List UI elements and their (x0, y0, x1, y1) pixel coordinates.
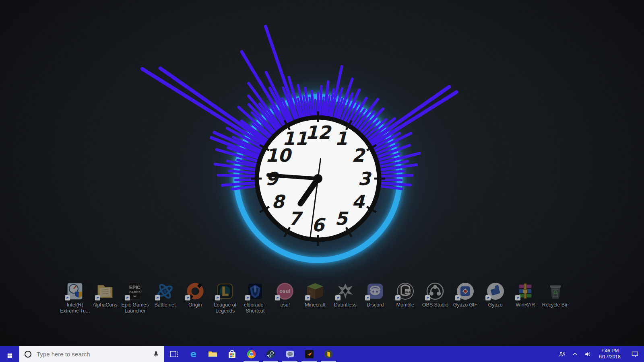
desktop-icon-recycle-bin[interactable]: ♻Recycle Bin (541, 282, 571, 314)
desktop-icon-label: Discord (360, 302, 390, 308)
volume-icon[interactable] (581, 346, 594, 362)
desktop-icon-label: Minecraft (300, 302, 330, 308)
shortcut-arrow-icon (245, 295, 250, 300)
desktop-icon-eldorado-shortcut[interactable]: eldorado -Shortcut (240, 282, 270, 314)
windows-logo-icon (6, 351, 13, 358)
microphone-icon[interactable] (152, 350, 160, 358)
svg-text:GAMES: GAMES (130, 290, 141, 294)
svg-text:1: 1 (335, 128, 347, 149)
shortcut-arrow-icon (215, 295, 220, 300)
windows-desktop: { "wallpaper": { "clock": { "center_x": … (0, 0, 644, 362)
label-line: Battle.net (150, 302, 180, 308)
desktop-icon-gyazo-gif[interactable]: Gyazo GIF (450, 282, 481, 314)
shortcut-arrow-icon (455, 295, 460, 300)
tray-time: 7:46 PM (597, 348, 623, 354)
search-box[interactable] (19, 346, 164, 362)
desktop-icon-label: Recycle Bin (541, 302, 571, 308)
origin-icon (186, 282, 205, 301)
desktop-icon-battle-net[interactable]: Battle.net (150, 282, 180, 314)
shortcut-arrow-icon (275, 295, 280, 300)
svg-text:EPIC: EPIC (129, 285, 140, 290)
label-line: OBS Studio (420, 302, 450, 308)
label-line: Minecraft (300, 302, 330, 308)
desktop-icon-label: OBS Studio (420, 302, 450, 308)
cortana-circle-icon (24, 350, 32, 358)
label-line: Intel(R) (60, 302, 90, 308)
action-center-icon[interactable] (625, 346, 644, 362)
desktop-icon-obs-studio[interactable]: OBS Studio (420, 282, 450, 314)
svg-text:7: 7 (289, 208, 303, 229)
desktop-icon-dauntless[interactable]: Dauntless (330, 282, 360, 314)
taskbar-app-chrome[interactable] (242, 346, 261, 362)
label-line: Dauntless (330, 302, 360, 308)
svg-text:6: 6 (312, 214, 326, 236)
search-input[interactable] (36, 350, 149, 358)
desktop-icon-label: Battle.net (150, 302, 180, 308)
taskbar-app-steam[interactable] (261, 346, 280, 362)
svg-text:2: 2 (352, 145, 366, 166)
shortcut-arrow-icon (365, 295, 370, 300)
desktop-icon-gyazo[interactable]: Gyazo (480, 282, 510, 314)
taskbar-app-task-view[interactable] (164, 346, 184, 362)
label-line: Extreme Tu... (60, 308, 90, 314)
tray-date: 6/17/2018 (597, 354, 623, 360)
start-button[interactable] (0, 346, 19, 362)
label-line: Gyazo (480, 302, 510, 308)
shortcut-arrow-icon (485, 295, 491, 300)
taskbar-app-yellow-door-app[interactable] (319, 346, 338, 362)
obs-icon (425, 282, 445, 301)
desktop-icon-label: Gyazo GIF (450, 302, 481, 308)
label-line: eldorado - (240, 302, 270, 308)
desktop-icon-label: Mumble (390, 302, 421, 308)
shortcut-arrow-icon (155, 295, 160, 300)
shortcut-arrow-icon (65, 295, 70, 300)
taskbar: e 7:46 PM 6/17/2018 (0, 346, 644, 362)
discord-icon (365, 282, 385, 301)
desktop-icon-label: Intel(R)Extreme Tu... (60, 302, 90, 314)
taskbar-app-edge[interactable]: e (184, 346, 203, 362)
gyazogif-icon (456, 282, 475, 301)
svg-text:BLE: BLE (405, 290, 411, 294)
label-line: Mumble (390, 302, 421, 308)
label-line: Gyazo GIF (450, 302, 481, 308)
desktop-icon-label: Dauntless (330, 302, 360, 308)
desktop-icon-label: Origin (180, 302, 210, 308)
dauntless-icon (336, 282, 355, 301)
mumble-icon: BLE (396, 282, 415, 301)
desktop-icon-label: Epic GamesLauncher (120, 302, 150, 314)
desktop-icon-winrar[interactable]: WinRAR (510, 282, 541, 314)
tray-clock[interactable]: 7:46 PM 6/17/2018 (597, 348, 623, 360)
desktop-icon-discord[interactable]: Discord (360, 282, 390, 314)
taskbar-app-microsoft-store[interactable] (222, 346, 242, 362)
desktop-icon-label: League ofLegends (210, 302, 240, 314)
label-line: Recycle Bin (541, 302, 571, 308)
desktop-icon-origin[interactable]: Origin (180, 282, 210, 314)
hidden-icons-chevron[interactable] (568, 346, 581, 362)
intel-icon (65, 282, 85, 301)
system-tray: 7:46 PM 6/17/2018 (555, 346, 644, 362)
label-line: League of (210, 302, 240, 308)
desktop-icon-alphacons[interactable]: AlphaCons (90, 282, 120, 314)
label-line: Shortcut (240, 308, 270, 314)
desktop-icon-intel-xtu[interactable]: Intel(R)Extreme Tu... (60, 282, 90, 314)
taskbar-app-discord[interactable] (280, 346, 299, 362)
taskbar-app-file-explorer[interactable] (203, 346, 222, 362)
recyclebin-icon: ♻ (546, 282, 565, 301)
label-line: Legends (210, 308, 240, 314)
svg-text:11: 11 (282, 128, 308, 149)
svg-text:e: e (190, 349, 196, 359)
svg-text:5: 5 (335, 208, 349, 229)
taskbar-app-orange-arrow-app[interactable] (299, 346, 319, 362)
desktop-icon-epic-games-launcher[interactable]: EPICGAMESEpic GamesLauncher (120, 282, 150, 314)
desktop-icon-league-of-legends[interactable]: League ofLegends (210, 282, 240, 314)
desktop-icon-osu[interactable]: osu!osu! (270, 282, 300, 314)
svg-text:12: 12 (305, 122, 332, 143)
shortcut-arrow-icon (515, 295, 520, 300)
desktop-icon-minecraft[interactable]: Minecraft (300, 282, 330, 314)
folder-icon (95, 282, 115, 301)
minecraft-icon (305, 282, 325, 301)
shortcut-arrow-icon (185, 295, 190, 300)
desktop-icon-label: Gyazo (480, 302, 510, 308)
people-icon[interactable] (555, 346, 568, 362)
desktop-icon-mumble[interactable]: BLEMumble (390, 282, 421, 314)
